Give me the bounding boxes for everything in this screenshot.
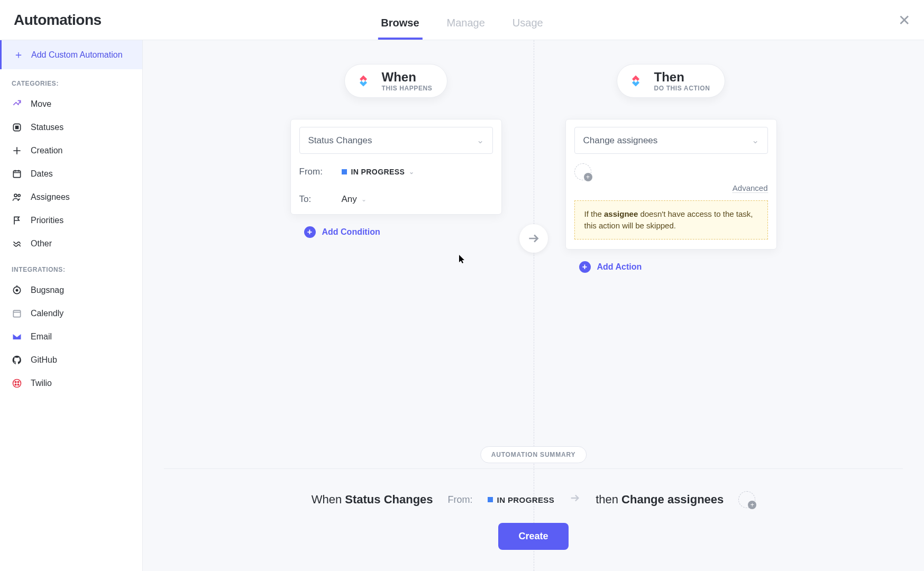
sidebar-item-bugsnag[interactable]: Bugsnag bbox=[0, 279, 142, 302]
svg-rect-1 bbox=[16, 126, 19, 129]
when-title: When bbox=[382, 70, 433, 85]
svg-rect-7 bbox=[13, 310, 20, 317]
priorities-icon bbox=[12, 215, 22, 226]
summary-assignee-picker[interactable] bbox=[738, 491, 755, 508]
sidebar-item-label: Bugsnag bbox=[31, 286, 64, 295]
svg-point-4 bbox=[18, 195, 20, 197]
then-header: Then DO THIS ACTION bbox=[617, 64, 726, 98]
sidebar-item-label: Email bbox=[31, 332, 52, 342]
page-title: Automations bbox=[14, 12, 102, 29]
from-status-value: IN PROGRESS bbox=[351, 168, 405, 176]
trigger-select[interactable]: Status Changes ⌄ bbox=[299, 127, 493, 154]
svg-point-9 bbox=[15, 381, 16, 383]
arrow-right-icon bbox=[569, 492, 581, 507]
summary-from-status: IN PROGRESS bbox=[488, 495, 555, 504]
action-select[interactable]: Change assignees ⌄ bbox=[574, 127, 768, 154]
summary-trigger: Status Changes bbox=[345, 493, 433, 506]
integrations-heading: INTEGRATIONS: bbox=[0, 255, 142, 279]
summary-from-value: IN PROGRESS bbox=[497, 495, 555, 504]
sidebar-item-github[interactable]: GitHub bbox=[0, 348, 142, 372]
summary-when-word: When bbox=[312, 493, 342, 506]
sidebar-item-label: Twilio bbox=[31, 379, 52, 388]
sidebar-item-label: Statuses bbox=[31, 123, 63, 132]
to-label: To: bbox=[299, 194, 327, 205]
sidebar-item-dates[interactable]: Dates bbox=[0, 162, 142, 186]
clickup-logo-icon bbox=[626, 71, 646, 91]
add-custom-automation-button[interactable]: ＋ Add Custom Automation bbox=[0, 40, 142, 69]
tab-usage[interactable]: Usage bbox=[509, 17, 546, 40]
sidebar-item-calendly[interactable]: Calendly bbox=[0, 302, 142, 325]
create-button[interactable]: Create bbox=[498, 523, 568, 550]
sidebar-item-move[interactable]: Move bbox=[0, 93, 142, 116]
twilio-icon bbox=[12, 378, 22, 389]
summary-label: AUTOMATION SUMMARY bbox=[480, 446, 587, 463]
assignee-picker[interactable] bbox=[574, 163, 591, 180]
when-card: Status Changes ⌄ From: IN PROGRESS ⌄ To: bbox=[290, 119, 502, 215]
svg-rect-2 bbox=[13, 171, 20, 178]
svg-point-3 bbox=[14, 194, 17, 197]
github-icon bbox=[12, 355, 22, 365]
status-color-swatch bbox=[342, 169, 347, 174]
sidebar-item-statuses[interactable]: Statuses bbox=[0, 116, 142, 139]
clickup-logo-icon bbox=[353, 71, 373, 91]
tab-browse[interactable]: Browse bbox=[378, 17, 422, 40]
when-column: When THIS HAPPENS Status Changes ⌄ From:… bbox=[290, 64, 502, 238]
automation-builder: When THIS HAPPENS Status Changes ⌄ From:… bbox=[143, 40, 924, 571]
automation-summary: AUTOMATION SUMMARY When Status Changes F… bbox=[143, 456, 924, 571]
sidebar-item-label: Assignees bbox=[31, 192, 70, 202]
svg-point-11 bbox=[15, 384, 16, 385]
calendly-icon bbox=[12, 308, 22, 319]
summary-from-label: From: bbox=[448, 494, 473, 505]
action-select-value: Change assignees bbox=[583, 135, 658, 146]
to-status-select[interactable]: Any ⌄ bbox=[342, 194, 367, 205]
sidebar-item-creation[interactable]: Creation bbox=[0, 139, 142, 162]
add-action-button[interactable]: + Add Action bbox=[565, 261, 642, 273]
svg-point-8 bbox=[13, 380, 21, 388]
move-icon bbox=[12, 99, 22, 109]
sidebar-item-label: Priorities bbox=[31, 216, 63, 225]
to-status-value: Any bbox=[342, 194, 357, 205]
assignee-access-warning: If the assignee doesn't have access to t… bbox=[574, 200, 768, 240]
other-icon bbox=[12, 238, 22, 249]
sidebar-item-email[interactable]: Email bbox=[0, 325, 142, 348]
email-icon bbox=[12, 331, 22, 342]
sidebar-item-priorities[interactable]: Priorities bbox=[0, 209, 142, 232]
trigger-select-value: Status Changes bbox=[308, 135, 372, 146]
dates-icon bbox=[12, 169, 22, 179]
assignees-icon bbox=[12, 192, 22, 202]
close-icon[interactable]: ✕ bbox=[898, 11, 910, 29]
sidebar-item-label: Creation bbox=[31, 146, 62, 155]
sidebar-item-label: Move bbox=[31, 99, 51, 109]
tab-manage[interactable]: Manage bbox=[444, 17, 488, 40]
sidebar-item-twilio[interactable]: Twilio bbox=[0, 372, 142, 395]
plus-circle-icon: + bbox=[304, 226, 316, 238]
sidebar-item-other[interactable]: Other bbox=[0, 232, 142, 255]
sidebar-item-label: Dates bbox=[31, 169, 53, 179]
when-subtitle: THIS HAPPENS bbox=[382, 85, 433, 92]
chevron-down-icon: ⌄ bbox=[409, 168, 414, 176]
add-condition-button[interactable]: + Add Condition bbox=[290, 226, 380, 238]
svg-point-6 bbox=[16, 289, 17, 291]
sidebar-item-label: Other bbox=[31, 239, 52, 248]
plus-icon: ＋ bbox=[13, 48, 24, 62]
then-card: Change assignees ⌄ Advanced If the assig… bbox=[565, 119, 777, 250]
add-condition-label: Add Condition bbox=[322, 227, 380, 237]
add-action-label: Add Action bbox=[597, 262, 642, 272]
summary-then-word: then bbox=[596, 493, 618, 506]
chevron-down-icon: ⌄ bbox=[477, 135, 484, 146]
from-status-select[interactable]: IN PROGRESS ⌄ bbox=[342, 168, 415, 176]
chevron-down-icon: ⌄ bbox=[361, 196, 367, 203]
tabs: Browse Manage Usage bbox=[378, 0, 546, 40]
svg-point-12 bbox=[17, 384, 19, 385]
header: Automations Browse Manage Usage ✕ bbox=[0, 0, 924, 40]
statuses-icon bbox=[12, 122, 22, 133]
sidebar-item-assignees[interactable]: Assignees bbox=[0, 186, 142, 209]
status-color-swatch bbox=[488, 497, 493, 502]
sidebar-item-label: Calendly bbox=[31, 309, 63, 318]
plus-circle-icon: + bbox=[579, 261, 591, 273]
svg-point-10 bbox=[17, 381, 19, 383]
categories-heading: CATEGORIES: bbox=[0, 69, 142, 93]
summary-action: Change assignees bbox=[621, 493, 724, 506]
advanced-link[interactable]: Advanced bbox=[733, 183, 768, 193]
sidebar-item-label: GitHub bbox=[31, 355, 57, 365]
